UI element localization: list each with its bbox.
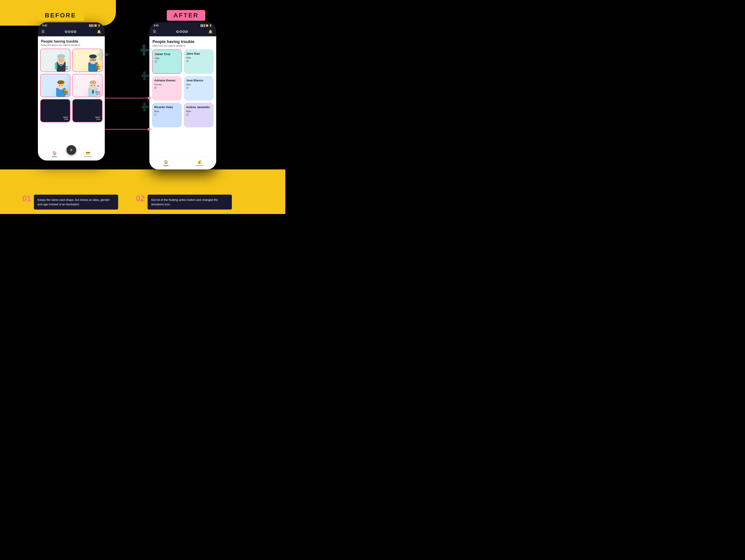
nav-label-inicio: Inicio — [53, 156, 57, 158]
card-before-6[interactable]: JavierCruz — [72, 99, 102, 122]
section-subtitle-after: Select who you want to donate to — [149, 44, 216, 49]
after-label: AFTER — [173, 12, 199, 19]
svg-point-31 — [91, 85, 92, 86]
annotation-num-1: 01 — [22, 195, 31, 203]
app-title-after: GOOD — [176, 30, 188, 33]
status-bar-before: 9:41 ▐▐▐ 📶 🔋 — [38, 22, 105, 28]
bell-icon-after[interactable]: 🔔 — [208, 30, 213, 34]
svg-point-11 — [59, 60, 60, 60]
svg-marker-36 — [148, 97, 151, 100]
status-icons-before: ▐▐▐ 📶 🔋 — [89, 24, 100, 27]
after-label-container: AFTER — [167, 10, 205, 21]
svg-point-10 — [57, 54, 65, 59]
bottom-nav-after: 🏠 Home 💰 Donations — [149, 157, 216, 169]
status-time-before: 9:41 — [42, 24, 47, 27]
card-grid-after: Javier Cruz Male 21 Jairo Diaz Male 19 A… — [149, 49, 216, 130]
after-card-name-4: Jose Blanco — [186, 79, 211, 82]
wifi-icon-after: 📶 — [205, 24, 208, 27]
deco-cross-2 — [140, 44, 152, 56]
section-title-before: People having trouble — [38, 36, 105, 44]
after-card-2[interactable]: Jairo Diaz Male 19 — [184, 49, 214, 74]
deco-cross-3 — [141, 71, 151, 80]
menu-icon-before[interactable]: ☰ — [41, 29, 44, 34]
nav-label-home: Home — [164, 165, 168, 167]
card-name-before-1: JavierCruz — [63, 66, 68, 70]
card-name-before-6: JavierCruz — [95, 116, 100, 120]
after-card-age-3: 20 — [154, 87, 180, 89]
after-card-age-6: 15 — [186, 113, 211, 116]
phone-content-before: People having trouble Select the person … — [38, 36, 105, 161]
after-card-age-4: 16 — [186, 87, 211, 89]
arrow-connector-1 — [103, 94, 152, 103]
after-card-age-1: 21 — [155, 60, 179, 63]
svg-point-25 — [62, 85, 63, 86]
card-before-3[interactable]: JavierCruz — [40, 74, 70, 97]
phone-content-after: People having trouble Select who you wan… — [149, 36, 216, 169]
svg-rect-1 — [97, 53, 108, 56]
after-card-3[interactable]: Adriana Gomez Female 20 — [152, 76, 182, 101]
card-name-before-2: JairoDiaz — [96, 66, 100, 70]
svg-point-24 — [59, 85, 60, 86]
nav-label-donations-after: Donations — [195, 165, 203, 167]
card-before-1[interactable]: JavierCruz — [40, 48, 70, 72]
svg-point-12 — [62, 60, 63, 60]
wifi-icon-before: 📶 — [94, 24, 97, 27]
app-title-before: GOOD — [65, 30, 77, 33]
section-title-after: People having trouble — [149, 36, 216, 44]
signal-icon-before: ▐▐▐ — [89, 24, 93, 27]
app-header-after: ☰ GOOD 🔔 — [149, 28, 216, 36]
nav-item-home[interactable]: 🏠 Home — [149, 160, 183, 167]
after-card-name-6: Andres Jaramillo — [186, 105, 211, 109]
after-card-name-1: Javier Cruz — [155, 53, 179, 56]
donations-icon-before: 💳 — [86, 151, 90, 155]
nav-item-inicio[interactable]: 🏠 Inicio — [38, 151, 71, 158]
annotation-box-1: Keeps the same card shape, but shows an … — [34, 195, 118, 209]
menu-icon-after[interactable]: ☰ — [153, 29, 156, 34]
annotation-text-1: Keeps the same card shape, but shows an … — [37, 198, 115, 206]
before-label-container: BEFORE — [37, 10, 84, 21]
after-card-6[interactable]: Andres Jaramillo Male 15 — [184, 103, 214, 127]
battery-icon-before: 🔋 — [98, 24, 100, 27]
annotation-num-2: 02 — [136, 195, 145, 203]
svg-rect-13 — [55, 63, 58, 69]
fab-button[interactable]: + — [66, 145, 76, 155]
after-card-gender-1: Male — [155, 57, 179, 60]
annotation-box-2: Got rid of the floating action button an… — [148, 195, 232, 209]
after-card-name-3: Adriana Gomez — [154, 79, 180, 82]
donations-icon-after: 💰 — [197, 160, 202, 164]
after-card-gender-6: Male — [186, 110, 211, 112]
before-label: BEFORE — [45, 12, 76, 19]
nav-label-donations-before: Donations — [84, 156, 92, 158]
after-card-name-5: Ricardo Velez — [154, 105, 180, 109]
svg-rect-3 — [140, 49, 152, 52]
app-header-before: ☰ GOOD 🔔 — [38, 28, 105, 36]
status-bar-after: 9:41 ▐▐▐ 📶 🔋 — [149, 22, 216, 28]
status-time-after: 9:41 — [154, 24, 159, 27]
svg-rect-7 — [141, 106, 151, 108]
bottom-nav-before: + 🏠 Inicio 💳 Donations — [38, 148, 105, 161]
after-card-gender-3: Female — [154, 84, 180, 86]
bell-icon-before[interactable]: 🔔 — [97, 30, 101, 34]
card-name-before-4: JavierCruz — [95, 91, 100, 95]
after-card-5[interactable]: Ricardo Velez Male 17 — [152, 103, 182, 127]
svg-point-32 — [94, 85, 95, 86]
svg-point-16 — [89, 55, 97, 58]
after-card-gender-4: Male — [186, 84, 211, 86]
annotation-text-2: Got rid of the floating action button an… — [151, 198, 228, 206]
card-before-5[interactable]: JavierCruz — [40, 99, 70, 122]
deco-cross-4 — [141, 103, 151, 111]
nav-item-donations-before[interactable]: 💳 Donations — [71, 151, 105, 158]
card-before-4[interactable]: JavierCruz — [72, 74, 102, 97]
after-card-age-2: 19 — [186, 60, 211, 62]
nav-item-donations-after[interactable]: 💰 Donations — [183, 160, 216, 167]
after-card-4[interactable]: Jose Blanco Male 16 — [184, 76, 214, 101]
svg-point-30 — [90, 80, 96, 84]
after-card-1[interactable]: Javier Cruz Male 21 — [152, 49, 182, 74]
battery-icon-after: 🔋 — [209, 24, 212, 27]
signal-icon-after: ▐▐▐ — [200, 24, 205, 27]
section-subtitle-before: Select the person you want to donate to — [38, 44, 105, 48]
annotation-2: 02 Got rid of the floating action button… — [136, 195, 232, 209]
phone-after: 9:41 ▐▐▐ 📶 🔋 ☰ GOOD 🔔 People having trou… — [149, 22, 216, 169]
status-icons-after: ▐▐▐ 📶 🔋 — [200, 24, 212, 27]
home-icon-before: 🏠 — [53, 151, 57, 155]
